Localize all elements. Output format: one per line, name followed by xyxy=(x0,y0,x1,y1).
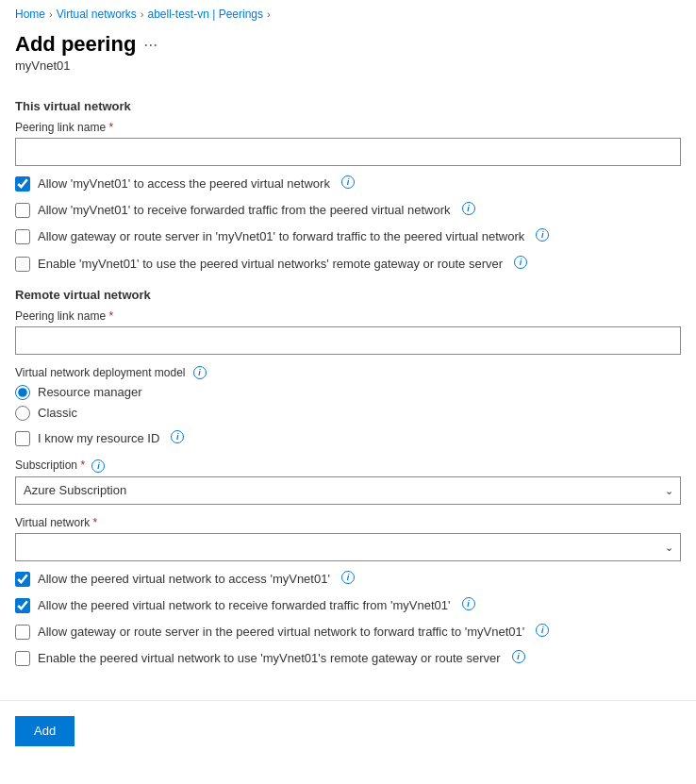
breadcrumb-virtual-networks[interactable]: Virtual networks xyxy=(57,8,137,21)
this-vnet-peering-link-label: Peering link name * xyxy=(15,121,681,134)
subscription-label: Subscription * i xyxy=(15,459,681,473)
this-vnet-peering-link-input[interactable] xyxy=(15,138,681,166)
page-title: Add peering xyxy=(15,32,136,57)
know-resource-id-row: I know my resource ID i xyxy=(15,430,681,447)
breadcrumb-home[interactable]: Home xyxy=(15,8,45,21)
breadcrumb-sep-1: › xyxy=(49,8,53,20)
footer: Add xyxy=(0,700,696,761)
this-vnet-access-label: Allow 'myVnet01' to access the peered vi… xyxy=(38,175,330,192)
this-vnet-gateway-checkbox[interactable] xyxy=(15,229,30,244)
remote-remote-gateway-label: Enable the peered virtual network to use… xyxy=(38,650,501,667)
remote-info-icon-1[interactable]: i xyxy=(341,571,355,584)
this-vnet-section: This virtual network Peering link name *… xyxy=(15,99,681,273)
virtual-network-label: Virtual network * xyxy=(15,516,681,529)
remote-access-checkbox[interactable] xyxy=(15,572,30,587)
subscription-select-wrapper: Azure Subscription ⌄ xyxy=(15,476,681,505)
classic-radio[interactable] xyxy=(15,406,30,421)
classic-label: Classic xyxy=(38,406,77,420)
remote-required-marker: * xyxy=(108,309,113,323)
this-vnet-checkbox-row-2: Allow 'myVnet01' to receive forwarded tr… xyxy=(15,202,681,219)
this-vnet-section-label: This virtual network xyxy=(15,99,681,113)
this-vnet-checkbox-row-1: Allow 'myVnet01' to access the peered vi… xyxy=(15,175,681,192)
remote-vnet-section: Remote virtual network Peering link name… xyxy=(15,288,681,668)
remote-forwarded-traffic-checkbox[interactable] xyxy=(15,598,30,613)
radio-row-classic: Classic xyxy=(15,406,681,421)
this-vnet-checkbox-row-4: Enable 'myVnet01' to use the peered virt… xyxy=(15,256,681,273)
deployment-model-info-icon[interactable]: i xyxy=(193,366,207,379)
know-resource-id-checkbox[interactable] xyxy=(15,431,30,446)
this-vnet-checkbox-row-3: Allow gateway or route server in 'myVnet… xyxy=(15,228,681,245)
remote-vnet-peering-link-label: Peering link name * xyxy=(15,309,681,323)
know-resource-id-label: I know my resource ID xyxy=(38,430,159,447)
know-resource-id-info-icon[interactable]: i xyxy=(171,430,184,443)
subscription-required-marker: * xyxy=(80,459,85,472)
this-vnet-remote-gateway-checkbox[interactable] xyxy=(15,257,30,272)
this-vnet-forwarded-traffic-checkbox[interactable] xyxy=(15,203,30,218)
resource-manager-label: Resource manager xyxy=(38,385,142,399)
remote-vnet-checkbox-row-4: Enable the peered virtual network to use… xyxy=(15,650,681,667)
more-options-icon[interactable]: ··· xyxy=(143,35,157,55)
remote-vnet-checkbox-row-3: Allow gateway or route server in the pee… xyxy=(15,624,681,641)
remote-gateway-label: Allow gateway or route server in the pee… xyxy=(38,624,524,641)
subscription-info-icon[interactable]: i xyxy=(91,459,105,473)
info-icon-1[interactable]: i xyxy=(341,175,355,189)
this-vnet-gateway-label: Allow gateway or route server in 'myVnet… xyxy=(38,228,524,245)
deployment-model-label: Virtual network deployment model xyxy=(15,366,186,379)
remote-vnet-section-label: Remote virtual network xyxy=(15,288,681,302)
breadcrumb-sep-2: › xyxy=(141,8,144,20)
breadcrumb-sep-3: › xyxy=(267,8,271,20)
remote-forwarded-traffic-label: Allow the peered virtual network to rece… xyxy=(38,597,451,614)
this-vnet-forwarded-traffic-label: Allow 'myVnet01' to receive forwarded tr… xyxy=(38,202,451,219)
remote-vnet-peering-link-input[interactable] xyxy=(15,326,681,355)
subscription-select[interactable]: Azure Subscription xyxy=(15,476,681,505)
info-icon-4[interactable]: i xyxy=(514,256,527,269)
remote-remote-gateway-checkbox[interactable] xyxy=(15,651,30,666)
add-button[interactable]: Add xyxy=(15,716,75,746)
remote-gateway-checkbox[interactable] xyxy=(15,625,30,640)
breadcrumb-peerings[interactable]: abell-test-vn | Peerings xyxy=(148,8,264,21)
info-icon-3[interactable]: i xyxy=(536,228,549,242)
virtual-network-select[interactable] xyxy=(15,533,681,561)
virtual-network-select-wrapper: ⌄ xyxy=(15,533,681,561)
remote-vnet-checkbox-row-2: Allow the peered virtual network to rece… xyxy=(15,597,681,614)
required-marker: * xyxy=(108,121,113,134)
this-vnet-access-checkbox[interactable] xyxy=(15,176,30,192)
resource-manager-radio[interactable] xyxy=(15,385,30,400)
remote-info-icon-2[interactable]: i xyxy=(462,597,475,610)
remote-info-icon-3[interactable]: i xyxy=(536,624,549,637)
main-content: This virtual network Peering link name *… xyxy=(0,80,696,692)
this-vnet-remote-gateway-label: Enable 'myVnet01' to use the peered virt… xyxy=(38,256,503,273)
vnet-required-marker: * xyxy=(93,516,98,529)
remote-vnet-checkbox-row-1: Allow the peered virtual network to acce… xyxy=(15,571,681,588)
page-header: Add peering ··· myVnet01 xyxy=(0,28,696,80)
remote-access-label: Allow the peered virtual network to acce… xyxy=(38,571,330,588)
remote-info-icon-4[interactable]: i xyxy=(512,650,525,663)
page-subtitle: myVnet01 xyxy=(15,58,681,73)
info-icon-2[interactable]: i xyxy=(462,202,475,215)
radio-row-resource-manager: Resource manager xyxy=(15,385,681,400)
breadcrumb: Home › Virtual networks › abell-test-vn … xyxy=(0,0,696,28)
